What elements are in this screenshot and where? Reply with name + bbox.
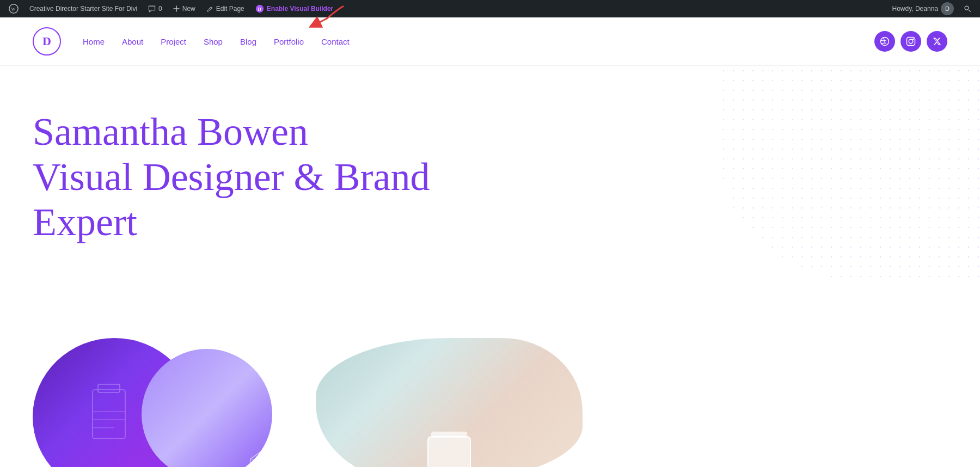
svg-point-5 (965, 6, 969, 10)
svg-rect-12 (98, 384, 120, 392)
svg-text:D: D (258, 7, 261, 12)
enable-visual-builder-button[interactable]: D Enable Visual Builder (251, 0, 338, 17)
svg-point-9 (909, 39, 913, 44)
admin-bar-right: Howdy, Deanna D (888, 0, 976, 17)
portfolio-card-right[interactable] (316, 338, 588, 467)
nav-project[interactable]: Project (161, 37, 186, 46)
avatar: D (941, 2, 954, 15)
svg-point-10 (912, 39, 914, 40)
instagram-icon[interactable] (901, 31, 921, 52)
nav-blog[interactable]: Blog (240, 37, 256, 46)
nav-shop[interactable]: Shop (204, 37, 223, 46)
admin-bar: W Creative Director Starter Site For Div… (0, 0, 980, 17)
svg-rect-8 (907, 38, 915, 46)
svg-line-6 (969, 10, 971, 12)
jar-illustration (427, 436, 471, 467)
svg-text:W: W (11, 7, 16, 12)
search-admin-button[interactable] (959, 0, 976, 17)
nav-portfolio[interactable]: Portfolio (274, 37, 304, 46)
wp-logo[interactable]: W (4, 0, 23, 17)
social-icons (874, 31, 947, 52)
x-twitter-icon[interactable] (927, 31, 947, 52)
nav-contact[interactable]: Contact (321, 37, 350, 46)
wireframe-diamond-icon (248, 448, 278, 467)
dot-pattern-decoration (719, 66, 980, 284)
portfolio-preview-row (0, 338, 980, 467)
edit-page-button[interactable]: Edit Page (202, 0, 249, 17)
site-logo[interactable]: D (33, 27, 61, 56)
nav-home[interactable]: Home (83, 37, 105, 46)
new-button[interactable]: New (169, 0, 200, 17)
hero-section: Samantha Bowen Visual Designer & Brand E… (0, 66, 980, 338)
site-wrapper: D Home About Project Shop Blog Portfolio… (0, 17, 980, 467)
site-name[interactable]: Creative Director Starter Site For Divi (25, 0, 142, 17)
portfolio-blob-shape (316, 338, 583, 467)
hero-headline: Samantha Bowen Visual Designer & Brand E… (33, 109, 495, 244)
svg-rect-11 (93, 390, 125, 439)
site-header: D Home About Project Shop Blog Portfolio… (0, 17, 980, 66)
portfolio-card-left[interactable] (33, 338, 294, 467)
main-nav: Home About Project Shop Blog Portfolio C… (83, 37, 350, 46)
dribbble-icon[interactable] (874, 31, 895, 52)
nav-about[interactable]: About (122, 37, 143, 46)
jar-lid (431, 432, 467, 438)
howdy-label[interactable]: Howdy, Deanna D (888, 0, 959, 17)
comments-button[interactable]: 0 (144, 0, 167, 17)
